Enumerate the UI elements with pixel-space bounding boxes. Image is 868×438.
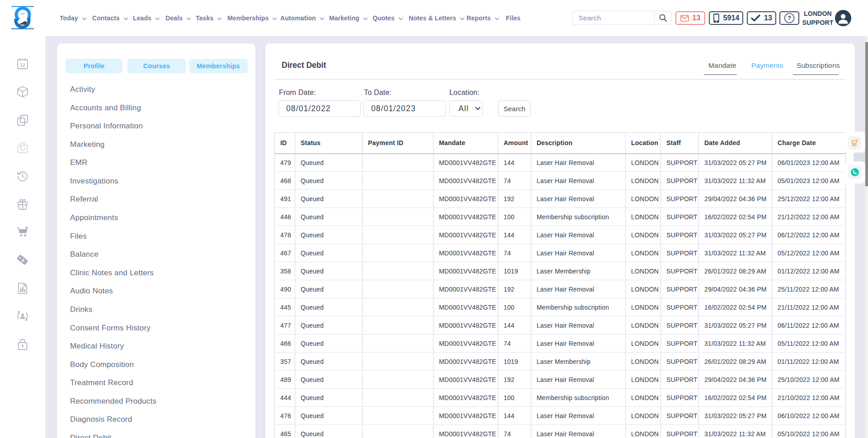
svg-text:?: ? bbox=[788, 14, 791, 21]
svg-text:12: 12 bbox=[20, 63, 25, 68]
